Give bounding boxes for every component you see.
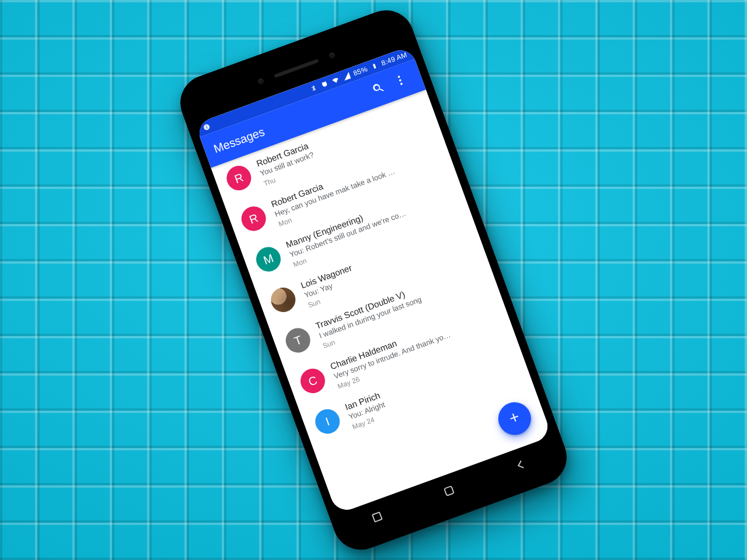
avatar [267, 284, 299, 316]
svg-rect-6 [372, 512, 382, 522]
svg-rect-7 [444, 486, 453, 495]
recent-apps-button[interactable] [369, 508, 389, 527]
signal-icon [341, 71, 352, 82]
plus-icon [505, 408, 524, 429]
avatar: R [223, 162, 254, 194]
bluetooth-icon [308, 83, 319, 93]
svg-point-3 [397, 75, 400, 78]
avatar: M [253, 244, 284, 275]
wifi-icon [330, 75, 341, 86]
battery-icon [369, 61, 380, 71]
avatar: R [238, 203, 270, 235]
avatar: I [312, 406, 343, 438]
battery-percent: 85% [352, 65, 369, 78]
search-icon [370, 80, 388, 99]
avatar: T [282, 325, 314, 356]
avatar: C [297, 365, 329, 397]
info-icon [201, 122, 212, 132]
home-button[interactable] [441, 482, 460, 501]
back-button[interactable] [512, 456, 532, 475]
alarm-icon [319, 79, 330, 89]
phone-speaker [274, 59, 319, 78]
front-sensor [257, 78, 264, 85]
svg-point-4 [399, 79, 402, 82]
front-camera [329, 52, 336, 60]
svg-point-5 [400, 82, 403, 85]
more-vert-icon [392, 72, 409, 91]
